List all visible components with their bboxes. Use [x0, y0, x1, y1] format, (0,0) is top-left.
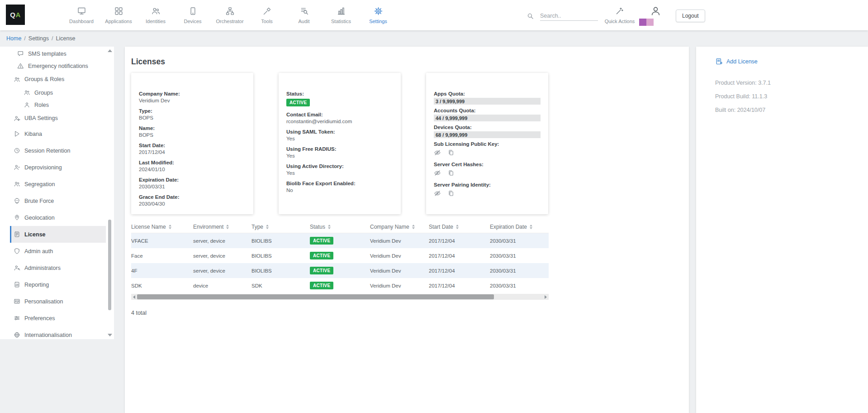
cell-environment: server, device	[193, 238, 251, 244]
table-row[interactable]: SDK device SDK ACTIVE Veridium Dev 2017/…	[131, 278, 549, 293]
nav-item-tools[interactable]: Tools	[248, 3, 285, 24]
cell-company-name: Veridium Dev	[370, 268, 429, 274]
cell-company-name: Veridium Dev	[370, 253, 429, 259]
eye-off-icon[interactable]	[434, 190, 441, 197]
copy-icon[interactable]	[447, 169, 455, 177]
sliders-icon	[14, 315, 20, 322]
column-header-company-name[interactable]: Company Name	[370, 224, 429, 230]
quota-value: 44 / 9,999,999	[436, 115, 467, 121]
sidebar-item-admin-auth[interactable]: Admin auth	[10, 243, 106, 259]
user-minus-icon	[14, 164, 20, 171]
sidebar-item-reporting[interactable]: Reporting	[10, 276, 106, 293]
cell-environment: server, device	[193, 268, 251, 274]
sidebar-item-sms-templates[interactable]: SMS templates	[10, 48, 106, 60]
document-plus-icon	[715, 58, 723, 65]
table-row[interactable]: 4F server, device BIOLIBS ACTIVE Veridiu…	[131, 263, 549, 278]
cell-environment: server, device	[193, 253, 251, 259]
cell-status: ACTIVE	[310, 237, 370, 245]
column-label: Type	[251, 224, 263, 230]
status-badge: ACTIVE	[286, 99, 310, 106]
quota-label: Accounts Quota:	[434, 108, 541, 113]
column-header-expiration-date[interactable]: Expiration Date	[490, 224, 549, 230]
sort-icon	[328, 225, 331, 229]
scroll-right-arrow-icon[interactable]	[543, 294, 549, 300]
sidebar-item-uba-settings[interactable]: UBA Settings	[10, 111, 106, 125]
nav-item-identities[interactable]: Identities	[137, 3, 174, 24]
add-license-button[interactable]: Add License	[715, 58, 868, 65]
sidebar-scrollbar[interactable]	[108, 48, 112, 337]
sidebar-scrollbar-thumb[interactable]	[108, 220, 111, 310]
app-logo[interactable]: Q A	[6, 5, 25, 25]
quota-label: Apps Quota:	[434, 91, 541, 96]
field-value: 2017/12/04	[139, 149, 246, 155]
field-label: Last Modified:	[139, 160, 246, 165]
logout-button[interactable]: Logout	[676, 10, 705, 22]
table-row[interactable]: VFACE server, device BIOLIBS ACTIVE Veri…	[131, 233, 549, 248]
nav-item-applications[interactable]: Applications	[100, 3, 137, 24]
search-icon[interactable]	[526, 12, 534, 20]
sidebar-item-label: UBA Settings	[24, 115, 58, 121]
column-header-start-date[interactable]: Start Date	[429, 224, 490, 230]
sidebar-item-personalisation[interactable]: Personalisation	[10, 293, 106, 310]
copy-icon[interactable]	[447, 190, 455, 197]
eye-off-icon[interactable]	[434, 169, 441, 177]
sidebar-item-emergency-notifications[interactable]: Emergency notifications	[10, 60, 106, 72]
sidebar-item-groups-roles[interactable]: Groups & Roles	[10, 72, 106, 86]
scrollbar-thumb[interactable]	[137, 294, 494, 299]
field-label: Expiration Date:	[139, 177, 246, 182]
search-input[interactable]	[540, 11, 598, 21]
sidebar-item-geolocation[interactable]: Geolocation	[10, 209, 106, 226]
column-header-status[interactable]: Status	[310, 224, 370, 230]
nav-item-devices[interactable]: Devices	[174, 3, 211, 24]
field-label: Using Active Directory:	[286, 163, 393, 169]
sidebar-item-deprovisioning[interactable]: Deprovisioning	[10, 159, 106, 176]
chat-bubble-icon	[17, 50, 24, 57]
sidebar-item-label: Reporting	[24, 282, 49, 288]
product-build: Product Build: 11.1.3	[715, 90, 868, 103]
pink-swatch[interactable]	[646, 19, 654, 26]
settings-gear-icon	[374, 6, 383, 16]
column-header-license-name[interactable]: License Name	[131, 224, 193, 230]
field-label: Grace End Date:	[139, 194, 246, 200]
user-avatar-icon[interactable]	[650, 5, 661, 17]
sidebar-item-internationalisation[interactable]: Internationalisation	[10, 327, 106, 339]
nav-item-dashboard[interactable]: Dashboard	[63, 3, 100, 24]
product-info: Product Version: 3.7.1 Product Build: 11…	[715, 76, 868, 117]
purple-swatch[interactable]	[639, 19, 646, 26]
field-value: No	[286, 187, 393, 193]
sidebar-item-session-retention[interactable]: Session Retention	[10, 142, 106, 159]
column-header-environment[interactable]: Environment	[193, 224, 251, 230]
column-header-type[interactable]: Type	[251, 224, 310, 230]
table-horizontal-scrollbar[interactable]	[131, 294, 549, 300]
sidebar-item-groups[interactable]: Groups	[10, 86, 106, 99]
breadcrumb-home[interactable]: Home	[6, 35, 21, 42]
cell-type: BIOLIBS	[251, 253, 310, 259]
nav-item-settings[interactable]: Settings	[360, 3, 397, 24]
nav-item-statistics[interactable]: Statistics	[323, 3, 360, 24]
sidebar-item-administrators[interactable]: Administrators	[10, 259, 106, 276]
sidebar-item-preferences[interactable]: Preferences	[10, 310, 106, 327]
scroll-left-arrow-icon[interactable]	[131, 294, 137, 300]
sidebar-item-segregation[interactable]: Segregation	[10, 176, 106, 192]
table-row[interactable]: Face server, device BIOLIBS ACTIVE Verid…	[131, 248, 549, 263]
quick-actions-button[interactable]: Quick Actions	[602, 3, 638, 24]
nav-item-audit[interactable]: Audit	[285, 3, 323, 24]
license-details-card: Company Name: Veridium Dev Type: BOPS Na…	[131, 73, 253, 214]
scroll-down-arrow-icon[interactable]	[108, 334, 112, 336]
field-value: 2030/04/30	[139, 201, 246, 206]
sidebar-item-label: Administrators	[24, 265, 61, 271]
copy-icon[interactable]	[447, 149, 455, 156]
sidebar-item-brute-force[interactable]: Brute Force	[10, 192, 106, 209]
sidebar-item-label: Internationalisation	[24, 332, 72, 338]
status-badge: ACTIVE	[310, 237, 333, 245]
cell-license-name: Face	[131, 253, 193, 259]
license-status-card: Status: ACTIVE Contact Email: rconstanti…	[279, 73, 401, 214]
sidebar-item-license[interactable]: License	[10, 226, 106, 243]
breadcrumb-settings[interactable]: Settings	[28, 35, 49, 42]
eye-off-icon[interactable]	[434, 149, 441, 156]
sidebar-item-roles[interactable]: Roles	[10, 99, 106, 111]
scrollbar-track[interactable]	[137, 294, 543, 300]
scroll-up-arrow-icon[interactable]	[108, 49, 112, 52]
nav-item-orchestrator[interactable]: Orchestrator	[211, 3, 248, 24]
sidebar-item-kibana[interactable]: Kibana	[10, 125, 106, 142]
